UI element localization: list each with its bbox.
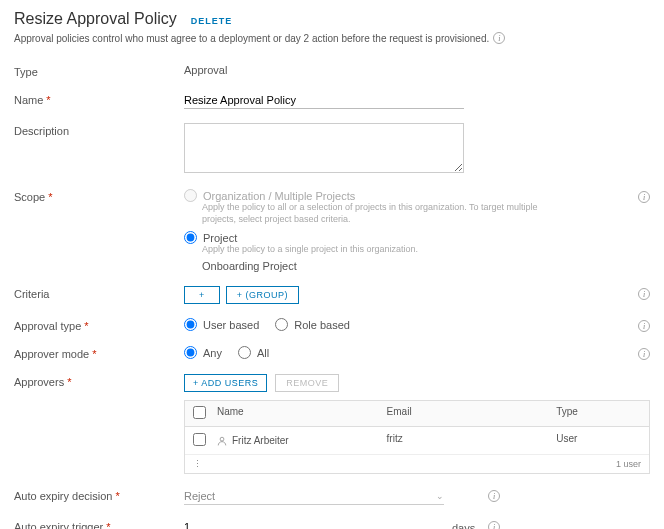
approver-name: Fritz Arbeiter [232,435,289,446]
scope-project-hint: Apply the policy to a single project in … [202,244,552,256]
approver-mode-all-label: All [257,347,269,359]
criteria-label: Criteria [14,288,49,300]
scope-project-radio[interactable] [184,231,197,244]
auto-expiry-decision-select[interactable]: Reject ⌄ [184,488,444,505]
info-icon[interactable]: i [638,288,650,300]
scope-org-radio [184,189,197,202]
description-label: Description [14,125,69,137]
description-textarea[interactable] [184,123,464,173]
approval-type-user-radio[interactable] [184,318,197,331]
chevron-down-icon: ⌄ [436,491,444,501]
approvers-table: Name Email Type Fritz Arbeiter fritz Use… [184,400,650,474]
approval-type-label: Approval type [14,320,81,332]
approvers-count: 1 user [616,459,641,469]
user-icon [217,436,227,446]
criteria-add-button[interactable]: + [184,286,220,304]
delete-policy-link[interactable]: DELETE [191,16,233,26]
approvers-select-all-checkbox[interactable] [193,406,206,419]
approvers-label: Approvers [14,376,64,388]
table-pager-icon[interactable]: ⋮ [193,459,202,469]
info-icon[interactable]: i [488,490,500,502]
table-row: Fritz Arbeiter fritz User [185,427,649,455]
name-input[interactable] [184,92,464,109]
auto-expiry-decision-value: Reject [184,490,215,502]
scope-label: Scope [14,191,45,203]
days-label: days [452,522,475,529]
svg-point-0 [220,437,224,441]
approval-type-role-radio[interactable] [275,318,288,331]
info-icon[interactable]: i [638,348,650,360]
approvers-col-email: Email [387,406,557,421]
add-users-button[interactable]: + ADD USERS [184,374,267,392]
info-icon[interactable]: i [488,521,500,529]
scope-org-hint: Apply the policy to all or a selection o… [202,202,552,225]
remove-users-button: REMOVE [275,374,339,392]
approver-mode-any-radio[interactable] [184,346,197,359]
approver-email: fritz [387,433,557,448]
approver-row-checkbox[interactable] [193,433,206,446]
auto-expiry-trigger-label: Auto expiry trigger [14,521,103,529]
scope-project-label: Project [203,232,237,244]
scope-project-name: Onboarding Project [202,260,650,272]
type-value: Approval [184,64,227,76]
approvers-col-name: Name [217,406,387,421]
info-icon[interactable]: i [638,320,650,332]
criteria-group-button[interactable]: + (GROUP) [226,286,299,304]
approver-mode-label: Approver mode [14,348,89,360]
auto-expiry-decision-label: Auto expiry decision [14,490,112,502]
approver-mode-all-radio[interactable] [238,346,251,359]
page-subtitle: Approval policies control who must agree… [14,33,489,44]
approver-type: User [556,433,641,448]
name-label: Name [14,94,43,106]
scope-org-label: Organization / Multiple Projects [203,190,355,202]
approvers-col-type: Type [556,406,641,421]
info-icon[interactable]: i [493,32,505,44]
approver-mode-any-label: Any [203,347,222,359]
type-label: Type [14,66,38,78]
auto-expiry-trigger-input[interactable] [184,519,444,529]
info-icon[interactable]: i [638,191,650,203]
approval-type-user-label: User based [203,319,259,331]
approval-type-role-label: Role based [294,319,350,331]
page-title: Resize Approval Policy [14,10,177,28]
